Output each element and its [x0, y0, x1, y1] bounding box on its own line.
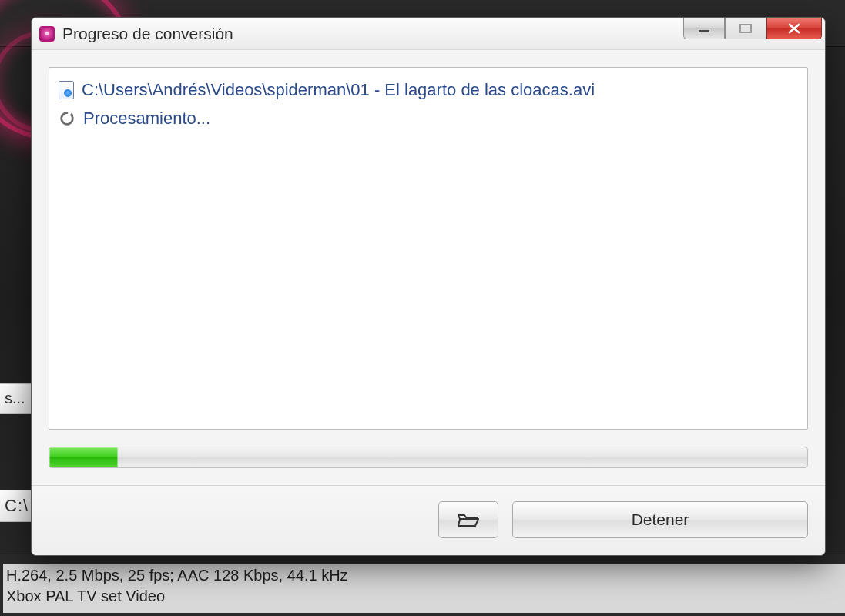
codec-line-2: Xbox PAL TV set Video: [6, 586, 842, 607]
status-row: Procesamiento...: [59, 104, 798, 132]
svg-rect-1: [740, 25, 751, 32]
dialog-footer: Detener: [32, 485, 825, 555]
video-file-icon: [59, 81, 74, 99]
conversion-progress-dialog: Progreso de conversión C:\Users\Andrés\V…: [31, 17, 826, 556]
file-path-text: C:\Users\Andrés\Videos\spiderman\01 - El…: [82, 75, 595, 104]
stop-button-label: Detener: [632, 511, 689, 529]
app-icon: [39, 26, 55, 42]
open-folder-button[interactable]: [438, 501, 498, 538]
close-icon: [786, 23, 802, 34]
status-text: Procesamiento...: [83, 104, 210, 132]
file-row[interactable]: C:\Users\Andrés\Videos\spiderman\01 - El…: [59, 75, 798, 104]
window-controls: [683, 18, 822, 39]
file-list: C:\Users\Andrés\Videos\spiderman\01 - El…: [49, 67, 808, 430]
maximize-button: [725, 18, 766, 39]
maximize-icon: [739, 23, 753, 34]
folder-open-icon: [457, 511, 480, 528]
dialog-title: Progreso de conversión: [62, 25, 233, 43]
close-button[interactable]: [766, 18, 822, 39]
codec-line-1: H.264, 2.5 Mbps, 25 fps; AAC 128 Kbps, 4…: [6, 565, 842, 586]
progress-fill: [49, 447, 118, 467]
svg-rect-0: [699, 30, 709, 32]
processing-icon: [59, 110, 75, 127]
titlebar[interactable]: Progreso de conversión: [32, 18, 825, 50]
stop-button[interactable]: Detener: [512, 501, 808, 538]
parent-codec-info: H.264, 2.5 Mbps, 25 fps; AAC 128 Kbps, 4…: [3, 564, 845, 613]
minimize-button[interactable]: [683, 18, 725, 39]
progress-bar: [49, 447, 808, 468]
minimize-icon: [697, 23, 711, 34]
